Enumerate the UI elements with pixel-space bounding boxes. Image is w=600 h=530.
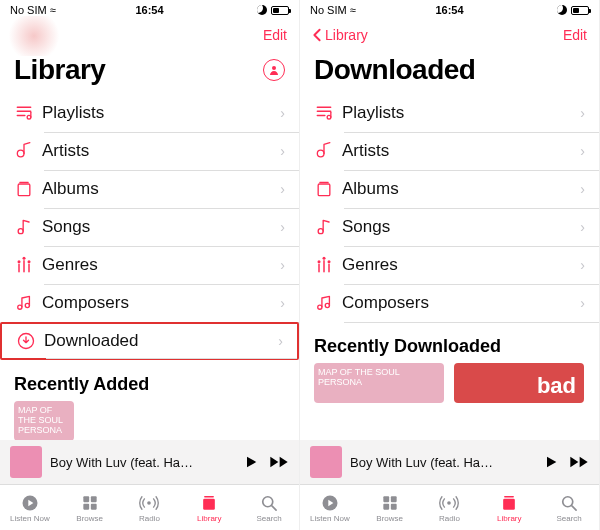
list-row-playlists[interactable]: Playlists› — [300, 94, 599, 132]
list-row-albums[interactable]: Albums› — [0, 170, 299, 208]
tab-label: Browse — [376, 514, 403, 523]
tab-radio[interactable]: Radio — [420, 485, 480, 530]
nav-bar: Library Edit — [300, 20, 599, 50]
svg-point-4 — [18, 229, 23, 234]
status-right — [196, 5, 289, 15]
svg-point-20 — [317, 150, 324, 157]
section-title: Recently Downloaded — [300, 322, 599, 363]
forward-button[interactable] — [269, 452, 289, 472]
carrier-label: No SIM ≈ — [10, 4, 103, 16]
album-card[interactable]: bad — [454, 363, 584, 403]
section-title: Recently Added — [0, 360, 299, 401]
chevron-right-icon: › — [280, 219, 285, 235]
page-title: Downloaded — [314, 54, 475, 86]
nav-bar: Edit — [0, 20, 299, 50]
tab-browse[interactable]: Browse — [60, 485, 120, 530]
play-button[interactable] — [241, 452, 261, 472]
genres-icon — [314, 255, 338, 275]
tab-browse[interactable]: Browse — [360, 485, 420, 530]
row-label: Songs — [342, 217, 580, 237]
svg-point-25 — [328, 260, 331, 263]
now-playing-bar[interactable]: Boy With Luv (feat. Ha… — [0, 440, 299, 484]
tab-label: Browse — [76, 514, 103, 523]
now-playing-title: Boy With Luv (feat. Ha… — [350, 455, 533, 470]
chevron-right-icon: › — [580, 181, 585, 197]
list-row-playlists[interactable]: Playlists› — [0, 94, 299, 132]
tab-radio[interactable]: Radio — [120, 485, 180, 530]
clock-label: 16:54 — [103, 4, 196, 16]
svg-rect-31 — [383, 503, 389, 509]
row-label: Artists — [342, 141, 580, 161]
chevron-right-icon: › — [580, 295, 585, 311]
chevron-right-icon: › — [580, 219, 585, 235]
svg-rect-32 — [391, 503, 397, 509]
library-icon — [199, 493, 219, 513]
tab-library[interactable]: Library — [179, 485, 239, 530]
clock-label: 16:54 — [403, 4, 496, 16]
svg-rect-17 — [203, 498, 215, 509]
list-row-songs[interactable]: Songs› — [0, 208, 299, 246]
play-button[interactable] — [541, 452, 561, 472]
tab-label: Search — [256, 514, 281, 523]
tab-label: Radio — [139, 514, 160, 523]
list-row-artists[interactable]: Artists› — [0, 132, 299, 170]
tab-search[interactable]: Search — [239, 485, 299, 530]
svg-point-22 — [318, 229, 323, 234]
svg-point-7 — [28, 260, 31, 263]
svg-rect-13 — [91, 496, 97, 502]
list-row-artists[interactable]: Artists› — [300, 132, 599, 170]
status-bar: No SIM ≈ 16:54 — [0, 0, 299, 20]
page-header: Downloaded — [300, 50, 599, 94]
album-cards: MAP OF THE SOUL PERSONAbad — [300, 363, 599, 403]
albums-icon — [14, 179, 38, 199]
tab-label: Library — [497, 514, 521, 523]
library-icon — [499, 493, 519, 513]
chevron-right-icon: › — [280, 181, 285, 197]
list-row-downloaded[interactable]: Downloaded› — [0, 322, 299, 360]
edit-button[interactable]: Edit — [263, 27, 287, 43]
album-cards: MAP OF THE SOUL PERSONA — [0, 401, 299, 440]
forward-button[interactable] — [569, 452, 589, 472]
genres-icon — [14, 255, 38, 275]
back-button[interactable]: Library — [312, 27, 368, 43]
svg-rect-15 — [91, 503, 97, 509]
tab-label: Radio — [439, 514, 460, 523]
row-label: Genres — [342, 255, 580, 275]
row-label: Albums — [342, 179, 580, 199]
now-playing-bar[interactable]: Boy With Luv (feat. Ha… — [300, 440, 599, 484]
row-label: Downloaded — [44, 331, 278, 351]
chevron-right-icon: › — [580, 257, 585, 273]
search-icon — [259, 493, 279, 513]
list-row-composers[interactable]: Composers› — [300, 284, 599, 322]
artists-icon — [14, 141, 38, 161]
tab-search[interactable]: Search — [539, 485, 599, 530]
account-button[interactable] — [263, 59, 285, 81]
chevron-right-icon: › — [280, 143, 285, 159]
list-row-genres[interactable]: Genres› — [300, 246, 599, 284]
list-row-albums[interactable]: Albums› — [300, 170, 599, 208]
listen-icon — [20, 493, 40, 513]
list-row-songs[interactable]: Songs› — [300, 208, 599, 246]
composers-icon — [14, 293, 38, 313]
svg-point-23 — [318, 260, 321, 263]
battery-icon — [571, 6, 589, 15]
tab-listen[interactable]: Listen Now — [0, 485, 60, 530]
battery-icon — [271, 6, 289, 15]
radio-icon — [138, 493, 160, 513]
chevron-right-icon: › — [580, 143, 585, 159]
edit-button[interactable]: Edit — [563, 27, 587, 43]
svg-rect-21 — [318, 184, 330, 196]
album-card[interactable]: MAP OF THE SOUL PERSONA — [314, 363, 444, 403]
album-card[interactable]: MAP OF THE SOUL PERSONA — [14, 401, 74, 440]
row-label: Albums — [42, 179, 280, 199]
tab-library[interactable]: Library — [479, 485, 539, 530]
songs-icon — [14, 217, 38, 237]
tab-listen[interactable]: Listen Now — [300, 485, 360, 530]
row-label: Songs — [42, 217, 280, 237]
list-row-composers[interactable]: Composers› — [0, 284, 299, 322]
status-right — [496, 5, 589, 15]
list-row-genres[interactable]: Genres› — [0, 246, 299, 284]
tab-label: Listen Now — [310, 514, 350, 523]
carrier-label: No SIM ≈ — [310, 4, 403, 16]
row-label: Playlists — [42, 103, 280, 123]
